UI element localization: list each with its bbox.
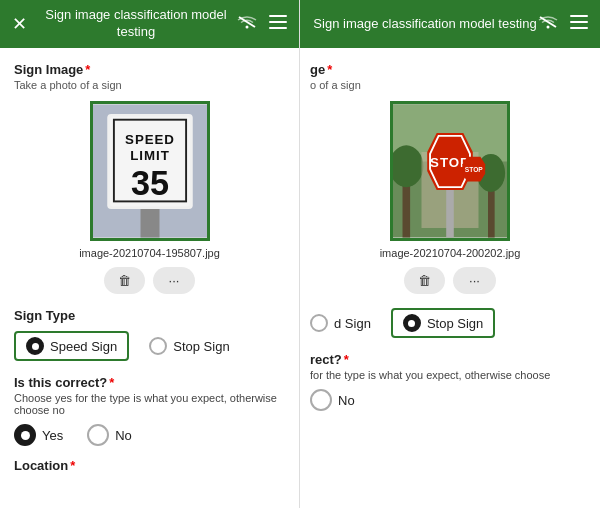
right-sign-type-section: d Sign Stop Sign: [310, 308, 590, 338]
sign-image-section: Sign Image* Take a photo of a sign: [14, 62, 285, 294]
right-sign-image-subtitle: o of a sign: [310, 79, 590, 91]
no-radio[interactable]: [87, 424, 109, 446]
svg-rect-23: [446, 190, 454, 238]
svg-rect-15: [570, 27, 588, 29]
right-image-container: STOP STOP image-20210704-200202.jpg 🗑 ··…: [310, 101, 590, 294]
right-image-actions: 🗑 ···: [404, 267, 496, 294]
right-correct-section: rect?* for the type is what you expect, …: [310, 352, 590, 411]
speed-sign-option[interactable]: Speed Sign: [14, 331, 129, 361]
svg-point-0: [246, 26, 249, 29]
delete-button[interactable]: 🗑: [104, 267, 145, 294]
right-sign-type-radio-group: d Sign Stop Sign: [310, 308, 590, 338]
no-option[interactable]: No: [87, 424, 132, 446]
left-header: ✕ Sign image classification model testin…: [0, 0, 299, 48]
yes-no-group: Yes No: [14, 424, 285, 446]
location-section: Location*: [14, 458, 285, 473]
svg-point-12: [547, 26, 550, 29]
more-button[interactable]: ···: [153, 267, 196, 294]
correct-section: Is this correct?* Choose yes for the typ…: [14, 375, 285, 446]
stop-sign-radio[interactable]: [149, 337, 167, 355]
stop-sign-option[interactable]: Stop Sign: [149, 331, 229, 361]
svg-rect-14: [570, 21, 588, 23]
sign-image-subtitle: Take a photo of a sign: [14, 79, 285, 91]
svg-text:LIMIT: LIMIT: [130, 148, 169, 163]
image-filename: image-20210704-195807.jpg: [79, 247, 220, 259]
wifi-off-icon[interactable]: [237, 15, 257, 33]
svg-text:35: 35: [130, 164, 168, 202]
correct-label: Is this correct?*: [14, 375, 285, 390]
svg-rect-5: [140, 209, 159, 238]
right-stop-sign-option[interactable]: Stop Sign: [391, 308, 495, 338]
right-yes-no-group: No: [310, 389, 590, 411]
app-title: Sign image classification model testing: [35, 7, 237, 41]
stop-sign-label: Stop Sign: [173, 339, 229, 354]
no-label: No: [115, 428, 132, 443]
yes-radio[interactable]: [14, 424, 36, 446]
right-correct-desc: for the type is what you expect, otherwi…: [310, 369, 590, 381]
svg-rect-2: [269, 21, 287, 23]
yes-label: Yes: [42, 428, 63, 443]
right-image-preview: STOP STOP: [390, 101, 510, 241]
right-wifi-off-icon[interactable]: [538, 15, 558, 33]
right-speed-sign-option[interactable]: d Sign: [310, 308, 371, 338]
speed-sign-label: Speed Sign: [50, 339, 117, 354]
header-icons: [237, 15, 287, 33]
right-more-button[interactable]: ···: [453, 267, 496, 294]
right-panel: Sign image classification model testing: [300, 0, 600, 508]
svg-text:SPEED: SPEED: [125, 132, 175, 147]
image-container: SPEED LIMIT 35 image-20210704-195807.jpg…: [14, 101, 285, 294]
left-panel: ✕ Sign image classification model testin…: [0, 0, 300, 508]
right-stop-sign-label: Stop Sign: [427, 316, 483, 331]
right-no-radio[interactable]: [310, 389, 332, 411]
right-stop-sign-radio[interactable]: [403, 314, 421, 332]
svg-text:STOP: STOP: [465, 166, 484, 173]
speed-sign-radio[interactable]: [26, 337, 44, 355]
yes-option[interactable]: Yes: [14, 424, 63, 446]
right-speed-sign-radio[interactable]: [310, 314, 328, 332]
right-sign-image-section: ge* o of a sign: [310, 62, 590, 294]
svg-rect-3: [269, 27, 287, 29]
svg-rect-13: [570, 15, 588, 17]
right-header: Sign image classification model testing: [300, 0, 600, 48]
menu-icon[interactable]: [269, 15, 287, 33]
right-correct-label: rect?*: [310, 352, 590, 367]
sign-type-radio-group: Speed Sign Stop Sign: [14, 331, 285, 361]
right-menu-icon[interactable]: [570, 15, 588, 33]
svg-rect-1: [269, 15, 287, 17]
correct-desc: Choose yes for the type is what you expe…: [14, 392, 285, 416]
right-no-option[interactable]: No: [310, 389, 355, 411]
right-content: ge* o of a sign: [300, 48, 600, 508]
image-actions: 🗑 ···: [104, 267, 196, 294]
right-delete-button[interactable]: 🗑: [404, 267, 445, 294]
image-preview: SPEED LIMIT 35: [90, 101, 210, 241]
right-header-icons: [538, 15, 588, 33]
sign-type-label: Sign Type: [14, 308, 285, 323]
right-speed-sign-label: d Sign: [334, 316, 371, 331]
sign-type-section: Sign Type Speed Sign Stop Sign: [14, 308, 285, 361]
right-app-title: Sign image classification model testing: [312, 16, 538, 33]
close-icon[interactable]: ✕: [12, 13, 27, 35]
right-sign-image-label: ge*: [310, 62, 590, 77]
left-content: Sign Image* Take a photo of a sign: [0, 48, 299, 508]
right-image-filename: image-20210704-200202.jpg: [380, 247, 521, 259]
right-no-label: No: [338, 393, 355, 408]
sign-image-label: Sign Image*: [14, 62, 285, 77]
